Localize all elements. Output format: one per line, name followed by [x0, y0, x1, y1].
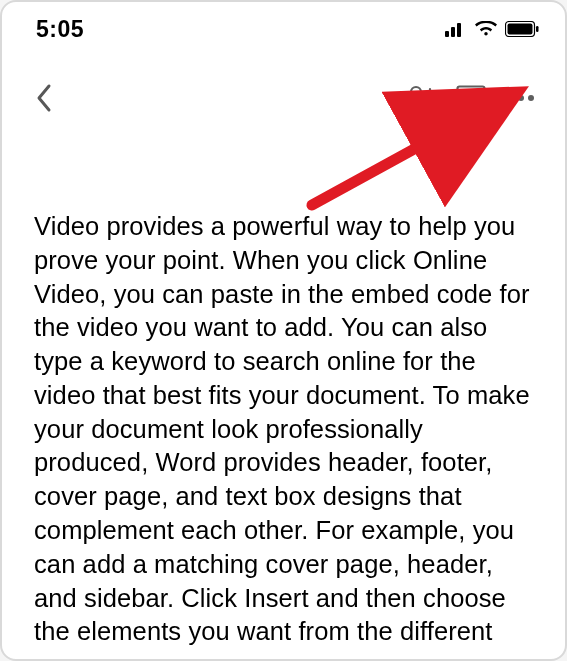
svg-point-3	[411, 87, 421, 97]
status-indicators	[445, 21, 539, 37]
svg-rect-1	[508, 24, 533, 35]
back-button[interactable]	[26, 80, 62, 116]
phone-screen: 5:05	[0, 0, 567, 661]
add-person-button[interactable]	[403, 80, 439, 116]
document-lines-icon	[456, 85, 486, 111]
status-bar: 5:05	[2, 2, 565, 50]
svg-rect-2	[536, 26, 539, 32]
battery-icon	[505, 21, 539, 37]
svg-point-10	[508, 95, 514, 101]
person-add-icon	[405, 85, 437, 111]
status-time: 5:05	[36, 16, 84, 43]
app-toolbar	[2, 50, 565, 122]
ellipsis-icon	[507, 94, 535, 102]
svg-point-11	[518, 95, 524, 101]
chevron-left-icon	[35, 83, 53, 113]
more-options-button[interactable]	[503, 80, 539, 116]
document-body-text[interactable]: Video provides a powerful way to help yo…	[2, 122, 565, 649]
cellular-signal-icon	[445, 21, 467, 37]
svg-point-12	[528, 95, 534, 101]
wifi-icon	[475, 21, 497, 37]
comments-button[interactable]	[453, 80, 489, 116]
